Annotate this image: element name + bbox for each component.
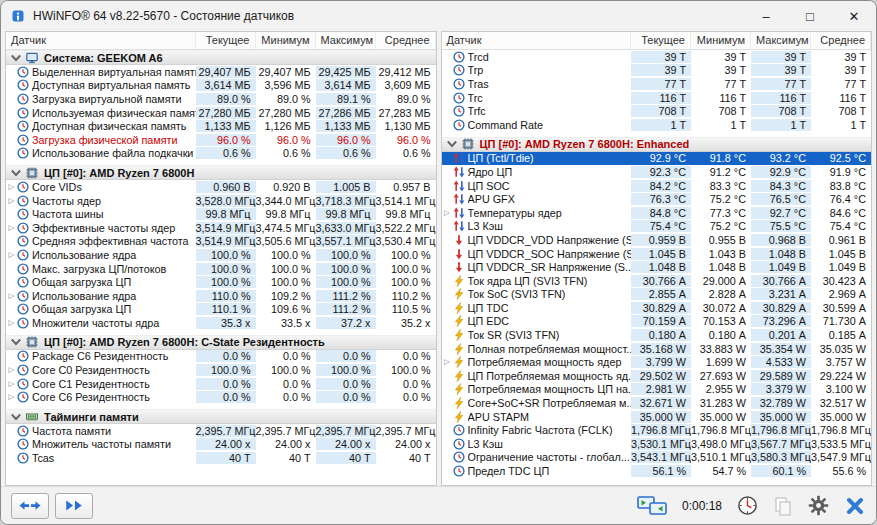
sensor-row[interactable]: Загрузка виртуальной памяти89.0 %89.0 %8… bbox=[6, 92, 436, 106]
sensor-row[interactable]: Полная потребляемая мощност...35.168 W33… bbox=[442, 342, 872, 356]
sensor-row[interactable]: ▷Множители частоты ядра35.3 x33.5 x37.2 … bbox=[6, 316, 436, 330]
section-header[interactable]: ЦП [#0]: AMD Ryzen 7 6800H: Enhanced bbox=[442, 137, 872, 152]
sensor-row[interactable]: APU GFX76.3 °C75.2 °C76.5 °C76.4 °C bbox=[442, 192, 872, 206]
sensor-row[interactable]: Trc116 T116 T116 T116 T bbox=[442, 91, 872, 105]
sensor-row[interactable]: Trp39 T39 T39 T39 T bbox=[442, 64, 872, 78]
sensor-row[interactable]: Общая загрузка ЦП110.1 %109.6 %111.2 %11… bbox=[6, 303, 436, 317]
sensor-row[interactable]: Trfc708 T708 T708 T708 T bbox=[442, 104, 872, 118]
reset-clock-button[interactable] bbox=[737, 495, 758, 516]
close-sensors-button[interactable] bbox=[844, 495, 866, 517]
sensor-row[interactable]: Ток SR (SVI3 TFN)0.180 А0.180 А0.201 А0.… bbox=[442, 328, 872, 342]
sensor-row[interactable]: ЦП (Tctl/Tdie)92.9 °C91.8 °C93.2 °C92.5 … bbox=[442, 152, 872, 166]
maximize-button[interactable]: □ bbox=[788, 1, 832, 31]
column-header-current[interactable]: Текущее bbox=[196, 32, 256, 49]
expand-arrow-icon[interactable]: ▷ bbox=[6, 194, 17, 208]
sensor-row[interactable]: ЦП Потребляемая мощность яд...29.502 W27… bbox=[442, 369, 872, 383]
sensor-row[interactable]: Ограничение частоты - глобал...3,543.1 М… bbox=[442, 451, 872, 465]
sensor-row[interactable]: Command Rate1 T1 T1 T1 T bbox=[442, 118, 872, 132]
sensor-row[interactable]: Выделенная виртуальная память29,407 МБ29… bbox=[6, 65, 436, 79]
collapse-chevron-icon[interactable] bbox=[445, 139, 459, 150]
value-current: 92.3 °C bbox=[631, 166, 691, 178]
collapse-chevron-icon[interactable] bbox=[9, 52, 23, 63]
sensor-row[interactable]: Ток SoC (SVI3 TFN)2.855 А2.828 А3.231 А2… bbox=[442, 288, 872, 302]
sensor-row[interactable]: ЦП VDDCR_SR Напряжение (S...1.048 В1.048… bbox=[442, 260, 872, 274]
collapse-chevron-icon[interactable] bbox=[9, 411, 23, 422]
sensor-row[interactable]: ЦП VDDCR_SOC Напряжение (S...1.045 В1.04… bbox=[442, 247, 872, 261]
sensor-row[interactable]: Tcas40 T40 T40 T40 T bbox=[6, 451, 436, 465]
expand-arrow-icon[interactable]: ▷ bbox=[442, 206, 453, 220]
close-window-button[interactable]: ✕ bbox=[832, 1, 876, 31]
section-header[interactable]: ЦП [#0]: AMD Ryzen 7 6800H: C-State Рези… bbox=[6, 335, 436, 350]
arrows-double-right-button[interactable] bbox=[55, 493, 93, 519]
sensor-row[interactable]: Средняя эффективная частота3,514.9 МГц3,… bbox=[6, 235, 436, 249]
sensor-row[interactable]: Потребляемая мощность ЦП на...2.981 W2.9… bbox=[442, 383, 872, 397]
sensor-row[interactable]: Доступная физическая память1,133 МБ1,126… bbox=[6, 119, 436, 133]
remote-monitor-button[interactable] bbox=[637, 495, 667, 517]
sensor-row[interactable]: Core+SoC+SR Потребляемая м...32.671 W31.… bbox=[442, 396, 872, 410]
arrows-horizontal-button[interactable] bbox=[11, 493, 49, 519]
section-header[interactable]: Тайминги памяти bbox=[6, 409, 436, 424]
section-header[interactable]: Система: GEEKOM A6 bbox=[6, 50, 436, 65]
value-maximum: 35.354 W bbox=[751, 343, 811, 355]
sensor-row[interactable]: Trcd39 T39 T39 T39 T bbox=[442, 50, 872, 64]
sensor-row[interactable]: Tras77 T77 T77 T77 T bbox=[442, 77, 872, 91]
sensor-row[interactable]: ЦП SOC84.2 °C83.3 °C84.3 °C83.8 °C bbox=[442, 179, 872, 193]
sensor-row[interactable]: Ток ядра ЦП (SVI3 TFN)30.766 А29.000 А30… bbox=[442, 274, 872, 288]
sensor-row[interactable]: ЦП VDDCR_VDD Напряжение (S...0.959 В0.95… bbox=[442, 233, 872, 247]
sensor-row[interactable]: Множитель частоты памяти24.00 x24.00 x24… bbox=[6, 438, 436, 452]
sensor-row[interactable]: ▷Эффективные частоты ядер3,514.9 МГц3,47… bbox=[6, 221, 436, 235]
sensor-row[interactable]: Предел TDC ЦП56.1 %54.7 %60.1 %55.6 % bbox=[442, 464, 872, 478]
sensor-row[interactable]: Макс. загрузка ЦП/потоков100.0 %100.0 %1… bbox=[6, 262, 436, 276]
section-header[interactable]: ЦП [#0]: AMD Ryzen 7 6800H bbox=[6, 165, 436, 180]
sensor-row[interactable]: ▷Core C0 Резидентность100.0 %100.0 %100.… bbox=[6, 363, 436, 377]
sensor-row[interactable]: Частота шины99.8 МГц99.8 МГц99.8 МГц99.8… bbox=[6, 207, 436, 221]
sensor-row[interactable]: Частота памяти2,395.7 МГц2,395.7 МГц2,39… bbox=[6, 424, 436, 438]
sensor-row[interactable]: Загрузка физической памяти96.0 %96.0 %96… bbox=[6, 133, 436, 147]
column-header-current[interactable]: Текущее bbox=[631, 32, 691, 49]
sensor-row[interactable]: Использование файла подкачки0.6 %0.6 %0.… bbox=[6, 147, 436, 161]
sensor-row[interactable]: APU STAPM35.000 W35.000 W35.000 W35.000 … bbox=[442, 410, 872, 424]
sensor-row[interactable]: ▷Использование ядра100.0 %100.0 %100.0 %… bbox=[6, 248, 436, 262]
expand-arrow-icon[interactable]: ▷ bbox=[6, 363, 17, 377]
sensor-row[interactable]: ▷Core C1 Резидентность0.0 %0.0 %0.0 %0.0… bbox=[6, 377, 436, 391]
column-header-minimum[interactable]: Минимум bbox=[256, 32, 316, 49]
expand-arrow-icon[interactable]: ▷ bbox=[6, 221, 17, 235]
expand-arrow-icon[interactable]: ▷ bbox=[6, 377, 17, 391]
expand-arrow-icon[interactable]: ▷ bbox=[6, 390, 17, 404]
sensor-row[interactable]: ▷Частоты ядер3,528.0 МГц3,344.0 МГц3,718… bbox=[6, 194, 436, 208]
expand-arrow-icon[interactable]: ▷ bbox=[6, 248, 17, 262]
minimize-button[interactable]: – bbox=[744, 1, 788, 31]
sensor-row[interactable]: Используемая физическая память27,280 МБ2… bbox=[6, 106, 436, 120]
sensor-row[interactable]: ЦП EDC70.159 А70.153 А73.296 А71.730 А bbox=[442, 315, 872, 329]
title-bar[interactable]: HWiNFO® 64 v8.22-5670 - Состояние датчик… bbox=[1, 1, 876, 31]
column-header-sensor[interactable]: Датчик bbox=[6, 32, 196, 49]
sensor-row[interactable]: Package C6 Резидентность0.0 %0.0 %0.0 %0… bbox=[6, 350, 436, 364]
sensor-row[interactable]: Ядро ЦП92.3 °C91.2 °C92.9 °C91.9 °C bbox=[442, 165, 872, 179]
logging-button[interactable] bbox=[773, 496, 793, 516]
expand-arrow-icon[interactable]: ▷ bbox=[6, 180, 17, 194]
expand-arrow-icon[interactable]: ▷ bbox=[6, 289, 17, 303]
sensor-row[interactable]: Общая загрузка ЦП100.0 %100.0 %100.0 %10… bbox=[6, 275, 436, 289]
column-header-maximum[interactable]: Максимум bbox=[316, 32, 376, 49]
sensor-row[interactable]: ▷Core VIDs0.960 В0.920 В1.005 В0.957 В bbox=[6, 180, 436, 194]
sensor-row[interactable]: ▷Температуры ядер84.8 °C77.3 °C92.7 °C84… bbox=[442, 206, 872, 220]
sensor-row[interactable]: L3 Кэш75.4 °C75.2 °C75.5 °C75.4 °C bbox=[442, 220, 872, 234]
sensor-row[interactable]: L3 Кэш3,530.1 МГц3,498.0 МГц3,567.7 МГц3… bbox=[442, 437, 872, 451]
collapse-chevron-icon[interactable] bbox=[9, 337, 23, 348]
column-header-average[interactable]: Среднее bbox=[376, 32, 436, 49]
sensor-row[interactable]: Infinity Fabric Частота (FCLK)1,796.8 МГ… bbox=[442, 423, 872, 437]
column-header-average[interactable]: Среднее bbox=[811, 32, 871, 49]
sensor-row[interactable]: ▷Использование ядра110.0 %109.2 %111.2 %… bbox=[6, 289, 436, 303]
sensor-row[interactable]: Доступная виртуальная память3,614 МБ3,59… bbox=[6, 79, 436, 93]
collapse-chevron-icon[interactable] bbox=[9, 167, 23, 178]
sensor-row[interactable]: ЦП TDC30.829 А30.072 А30.829 А30.599 А bbox=[442, 301, 872, 315]
sensor-row[interactable]: ▷Core C6 Резидентность0.0 %0.0 %0.0 %0.0… bbox=[6, 390, 436, 404]
column-header-minimum[interactable]: Минимум bbox=[691, 32, 751, 49]
column-header-sensor[interactable]: Датчик bbox=[442, 32, 632, 49]
expand-arrow-icon[interactable]: ▷ bbox=[6, 316, 17, 330]
settings-gear-button[interactable] bbox=[808, 495, 829, 516]
expand-arrow-icon[interactable]: ▷ bbox=[442, 355, 453, 369]
column-header-maximum[interactable]: Максимум bbox=[751, 32, 811, 49]
sensor-row[interactable]: ▷Потребляемая мощность ядер3.799 W1.699 … bbox=[442, 355, 872, 369]
value-current: 30.766 А bbox=[631, 275, 691, 287]
